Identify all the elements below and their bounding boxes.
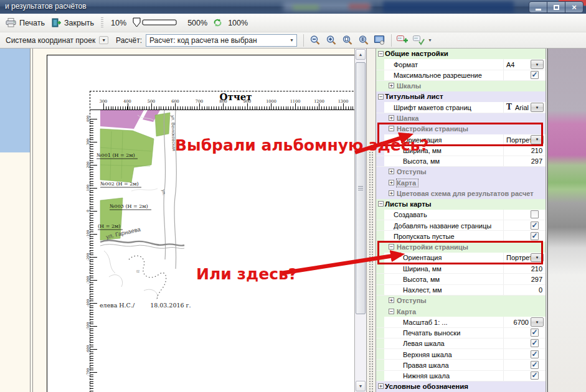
property-row[interactable]: Верхняя шкала✓ — [376, 349, 546, 360]
property-row[interactable]: Ширина, мм210 — [376, 263, 546, 274]
checkbox[interactable]: ✓ — [531, 329, 539, 337]
callout-options-button[interactable] — [412, 34, 427, 47]
collapse-icon[interactable]: − — [378, 201, 384, 207]
property-row[interactable]: Нижняя шкала✓ — [376, 371, 546, 381]
property-row[interactable]: Создавать — [376, 210, 546, 220]
close-button[interactable]: × — [565, 1, 584, 13]
dropdown-button[interactable]: ▼ — [531, 317, 544, 327]
expand-icon[interactable]: + — [389, 190, 394, 196]
property-row[interactable]: Масштаб 1: ...6700▼ — [376, 317, 546, 327]
zoom-extent-button[interactable] — [356, 34, 371, 47]
minimize-button[interactable] — [529, 1, 547, 13]
property-row[interactable]: +Отступы — [376, 296, 546, 306]
property-row[interactable]: +Карта — [376, 177, 546, 188]
property-label: Титульный лист — [385, 93, 546, 100]
zoom-page-button[interactable] — [340, 34, 355, 47]
left-pages-strip[interactable] — [0, 49, 30, 153]
blurred-title-content — [293, 5, 319, 10]
property-row[interactable]: Печатать выноски✓ — [376, 328, 546, 338]
property-row[interactable]: Нахлест, мм0 — [376, 285, 546, 296]
expand-icon[interactable]: + — [389, 180, 394, 185]
zoom-out-icon — [310, 35, 321, 46]
zoom-in-button[interactable] — [324, 34, 339, 47]
calculation-combo[interactable]: Расчет: код расчета не выбран ▼ — [146, 34, 297, 47]
checkbox[interactable]: ✓ — [531, 71, 539, 79]
collapse-icon[interactable]: − — [389, 244, 394, 250]
property-row[interactable]: +Цветовая схема для результатов расчет — [376, 188, 546, 198]
property-row[interactable]: +Условные обозначения — [376, 381, 546, 392]
scroll-up-button[interactable]: ▲ — [356, 49, 366, 60]
property-row[interactable]: Правая шкала✓ — [376, 360, 546, 370]
property-row[interactable]: Левая шкала✓ — [376, 338, 546, 349]
zoom-extent-icon — [358, 35, 369, 46]
expand-icon[interactable]: + — [389, 115, 394, 121]
checkbox[interactable]: ✓ — [531, 222, 539, 230]
property-row[interactable]: −Листы карты — [376, 199, 546, 210]
monitor-icon — [374, 35, 385, 45]
property-row[interactable]: +Отступы — [376, 167, 546, 177]
property-row[interactable]: −Карта — [376, 306, 546, 317]
checkbox[interactable]: ✓ — [531, 232, 539, 240]
dropdown-button[interactable]: ▼ — [531, 60, 544, 69]
property-row[interactable]: −Общие настройки — [376, 49, 546, 59]
dropdown-button[interactable]: ▼ — [531, 253, 544, 263]
signature-date: 18.03.2016 г. — [150, 302, 191, 309]
property-row[interactable]: ОриентацияПортретн▼ — [376, 134, 546, 145]
scroll-down-button[interactable]: ▼ — [356, 381, 366, 391]
property-row[interactable]: Максимальное разрешение✓ — [376, 70, 546, 81]
expand-icon[interactable]: + — [389, 83, 394, 88]
collapse-icon[interactable]: − — [389, 309, 394, 314]
collapse-icon[interactable]: − — [378, 94, 384, 100]
group-gutter — [376, 59, 384, 69]
checkbox[interactable]: ✓ — [531, 371, 539, 380]
expand-icon[interactable]: + — [389, 297, 394, 303]
property-row[interactable]: +Шкалы — [376, 81, 546, 91]
slider-thumb[interactable] — [133, 18, 140, 27]
window-title: и результатов расчётов — [5, 2, 87, 11]
property-row[interactable]: ОриентацияПортретн▼ — [376, 253, 546, 263]
ruler-label: 100 — [86, 180, 90, 196]
preview-scrollbar[interactable]: ▲ ▼ — [354, 49, 366, 392]
scrollbar-thumb[interactable] — [356, 62, 366, 314]
property-row[interactable]: +Шапка — [376, 113, 546, 124]
property-row[interactable]: Высота, мм297 — [376, 156, 546, 167]
coordinate-system-value: Система координат проек — [6, 36, 95, 45]
property-row[interactable]: Ширина, мм210 — [376, 145, 546, 156]
chevron-down-icon[interactable]: ▼ — [428, 38, 432, 42]
dropdown-button[interactable]: ▼ — [531, 135, 544, 144]
print-button[interactable]: Печать — [2, 16, 48, 29]
property-row[interactable]: −Титульный лист — [376, 91, 546, 102]
expand-icon[interactable]: + — [378, 383, 384, 389]
checkbox[interactable]: ✓ — [531, 339, 539, 347]
zoom-out-button[interactable] — [308, 34, 323, 47]
checkbox[interactable]: ✓ — [531, 361, 539, 369]
checkbox[interactable] — [531, 210, 539, 218]
main-toolbar: Печать Закрыть 10% 500% 100% — [0, 14, 586, 32]
property-row[interactable]: ФорматA4▼ — [376, 59, 546, 70]
collapse-icon[interactable]: − — [378, 51, 384, 57]
property-row[interactable]: −Настройки страницы — [376, 124, 546, 134]
add-callout-button[interactable] — [395, 34, 410, 47]
panel-splitter[interactable] — [366, 49, 376, 392]
page-preview-area[interactable]: Отчет 3004005006007008009001000110012001… — [33, 49, 387, 392]
property-row[interactable]: Высота, мм297 — [376, 274, 546, 284]
collapse-icon[interactable]: − — [389, 126, 394, 131]
fit-screen-button[interactable] — [372, 34, 387, 47]
close-preview-button[interactable]: Закрыть — [48, 16, 97, 29]
checkbox[interactable]: ✓ — [531, 350, 539, 358]
refresh-zoom-icon[interactable] — [213, 18, 222, 27]
group-gutter — [376, 263, 384, 273]
expand-icon[interactable]: + — [389, 169, 394, 174]
toolbar-separator — [391, 34, 392, 47]
property-row[interactable]: −Настройки страницы — [376, 242, 546, 253]
dropdown-button[interactable]: ▼ — [531, 103, 544, 112]
zoom-slider[interactable] — [133, 17, 181, 28]
property-row[interactable]: Пропускать пустые✓ — [376, 231, 546, 241]
property-label: Цветовая схема для результатов расчет — [397, 190, 546, 197]
coordinate-system-combo[interactable]: Система координат проек ▼ — [2, 34, 110, 47]
parcel-label: №001 (Н = 2м) — [97, 152, 135, 158]
toolbar-separator — [303, 34, 304, 47]
maximize-button[interactable] — [547, 1, 565, 13]
property-row[interactable]: Шрифт макетов страницTArial▼ — [376, 102, 546, 113]
property-row[interactable]: Добавлять название страницы✓ — [376, 220, 546, 231]
